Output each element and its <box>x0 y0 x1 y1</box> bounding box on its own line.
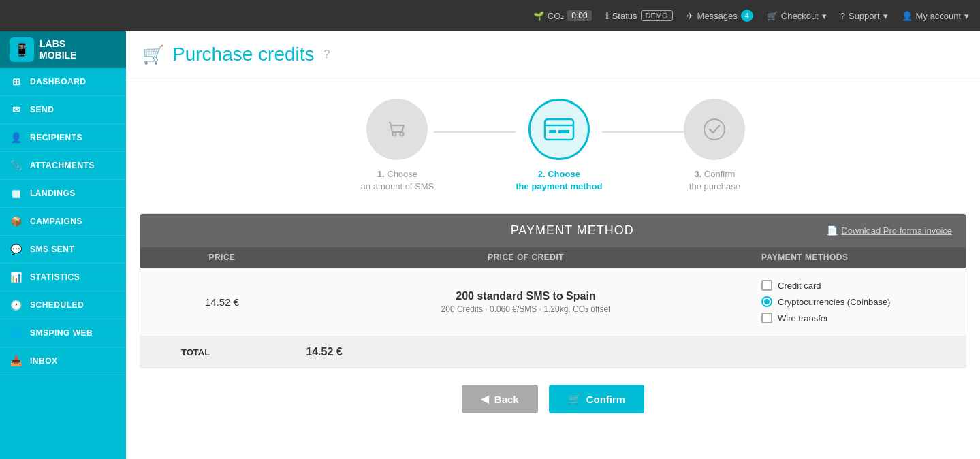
sidebar-item-smsping[interactable]: 🌐 SMSPING WEB <box>0 319 126 347</box>
help-icon[interactable]: ? <box>324 48 330 61</box>
co2-icon: 🌱 <box>533 11 544 21</box>
action-buttons: ◀ Back 🛒 Confirm <box>126 368 980 430</box>
page-header: 🛒 Purchase credits ? <box>126 31 980 78</box>
col-price-header: PRICE <box>154 253 290 262</box>
download-proforma-link[interactable]: 📄 Download Pro forma invoice <box>827 225 952 236</box>
sidebar-label-campaigns: CAMPAIGNS <box>30 217 82 226</box>
radio-inner-dot <box>764 299 770 304</box>
support-icon: ? <box>840 11 845 21</box>
top-navigation: 🌱 CO₂ 0.00 ℹ Status DEMO ✈ Messages 4 🛒 … <box>0 0 980 31</box>
messages-count: 4 <box>741 10 753 22</box>
sidebar-item-attachments[interactable]: 📎 ATTACHMENTS <box>0 152 126 180</box>
info-icon: ℹ <box>605 11 609 21</box>
credit-card-option[interactable]: Credit card <box>761 280 952 291</box>
account-icon: 👤 <box>902 11 913 21</box>
sidebar-label-recipients: RECIPIENTS <box>30 133 82 142</box>
sidebar-item-statistics[interactable]: 📊 STATISTICS <box>0 264 126 291</box>
sms-sent-icon: 💬 <box>10 244 23 255</box>
step-3-label: 3. Confirm the purchase <box>689 168 740 193</box>
steps-wizard: 1. Choose an amount of SMS 2. <box>126 78 980 213</box>
crypto-radio[interactable] <box>761 296 772 307</box>
payment-methods: Credit card Cryptocurrencies (Coinbase) … <box>761 280 952 323</box>
svg-rect-5 <box>558 130 569 133</box>
sidebar-item-recipients[interactable]: 👤 RECIPIENTS <box>0 124 126 152</box>
step-1: 1. Choose an amount of SMS <box>361 99 434 193</box>
confirm-label: Confirm <box>586 394 626 405</box>
crypto-option[interactable]: Cryptocurrencies (Coinbase) <box>761 296 952 307</box>
sidebar-item-scheduled[interactable]: 🕐 SCHEDULED <box>0 291 126 319</box>
sidebar-label-send: SEND <box>30 105 54 114</box>
step-2-circle <box>528 99 590 160</box>
total-value: 14.52 € <box>290 346 358 358</box>
wire-transfer-checkbox[interactable] <box>761 313 772 323</box>
sidebar-item-campaigns[interactable]: 📦 CAMPAIGNS <box>0 208 126 236</box>
payment-section-title: PAYMENT METHOD <box>317 223 827 238</box>
wire-transfer-option[interactable]: Wire transfer <box>761 313 952 323</box>
status-label: Status <box>612 11 637 21</box>
sidebar-label-scheduled: SCHEDULED <box>30 300 84 310</box>
svg-rect-4 <box>549 130 556 133</box>
account-nav[interactable]: 👤 My account ▾ <box>902 11 969 21</box>
dashboard-icon: ⊞ <box>10 76 23 87</box>
sidebar-logo[interactable]: 📱 LABS MOBILE <box>0 31 126 68</box>
download-icon: 📄 <box>827 225 838 236</box>
row-credit: 200 standard SMS to Spain 200 Credits · … <box>290 290 761 314</box>
logo-text-line1: LABS <box>39 38 76 50</box>
inbox-icon: 📥 <box>10 355 23 366</box>
main-content: 🛒 Purchase credits ? 1. Choose an amoun <box>126 31 980 459</box>
connector-1-2 <box>434 131 516 133</box>
col-credit-header: PRICE OF CREDIT <box>290 253 761 262</box>
account-label: My account <box>916 11 961 21</box>
confirm-cart-icon: 🛒 <box>568 393 581 405</box>
step-3-circle <box>684 99 745 160</box>
col-methods-header: PAYMENT METHODS <box>761 253 952 262</box>
support-chevron-icon: ▾ <box>883 11 888 21</box>
checkout-nav[interactable]: 🛒 Checkout ▾ <box>767 11 827 21</box>
step-2-label: 2. Choose the payment method <box>516 168 602 193</box>
row-price: 14.52 € <box>154 296 290 308</box>
sidebar-item-send[interactable]: ✉ SEND <box>0 96 126 124</box>
messages-label: Messages <box>697 11 738 21</box>
sidebar-label-inbox: INBOX <box>30 356 58 366</box>
wire-transfer-label: Wire transfer <box>778 313 828 323</box>
checkout-chevron-icon: ▾ <box>822 11 827 21</box>
svg-rect-2 <box>545 119 573 140</box>
table-row: 14.52 € 200 standard SMS to Spain 200 Cr… <box>140 268 966 336</box>
payment-section: PAYMENT METHOD 📄 Download Pro forma invo… <box>140 213 966 368</box>
messages-nav[interactable]: ✈ Messages 4 <box>686 10 753 22</box>
credit-card-label: Credit card <box>778 281 821 291</box>
svg-point-6 <box>704 119 725 140</box>
sidebar-item-landings[interactable]: ▦ LANDINGS <box>0 180 126 208</box>
sidebar-label-landings: LANDINGS <box>30 189 76 198</box>
credit-card-checkbox[interactable] <box>761 280 772 291</box>
back-label: Back <box>494 394 519 405</box>
scheduled-icon: 🕐 <box>10 300 23 311</box>
step-1-label: 1. Choose an amount of SMS <box>361 168 434 193</box>
recipients-icon: 👤 <box>10 132 23 143</box>
sidebar-item-inbox[interactable]: 📥 INBOX <box>0 347 126 375</box>
svg-point-0 <box>393 133 396 136</box>
back-arrow-icon: ◀ <box>481 393 489 405</box>
step-3-line1: Confirm <box>704 169 736 179</box>
checkout-label: Checkout <box>781 11 819 21</box>
campaigns-icon: 📦 <box>10 216 23 227</box>
step-1-number: 1. <box>377 169 385 179</box>
total-row: TOTAL 14.52 € <box>140 336 966 368</box>
page-title: Purchase credits <box>172 44 315 65</box>
step-1-line2: an amount of SMS <box>361 181 434 191</box>
support-nav[interactable]: ? Support ▾ <box>840 11 888 21</box>
confirm-button[interactable]: 🛒 Confirm <box>549 385 645 413</box>
sidebar-item-dashboard[interactable]: ⊞ DASHBOARD <box>0 68 126 96</box>
step-3-line2: the purchase <box>689 181 740 191</box>
payment-header: PAYMENT METHOD 📄 Download Pro forma invo… <box>140 214 966 247</box>
statistics-icon: 📊 <box>10 272 23 283</box>
logo-text-line2: MOBILE <box>39 50 76 61</box>
sidebar-label-dashboard: DASHBOARD <box>30 77 86 86</box>
sidebar: 📱 LABS MOBILE ⊞ DASHBOARD ✉ SEND 👤 RECIP… <box>0 31 126 459</box>
sidebar-item-sms-sent[interactable]: 💬 SMS SENT <box>0 236 126 264</box>
purchase-credits-icon: 🛒 <box>142 44 164 65</box>
co2-value: 0.00 <box>567 10 591 21</box>
table-column-headers: PRICE PRICE OF CREDIT PAYMENT METHODS <box>140 247 966 268</box>
total-label: TOTAL <box>154 347 290 358</box>
back-button[interactable]: ◀ Back <box>462 385 538 413</box>
